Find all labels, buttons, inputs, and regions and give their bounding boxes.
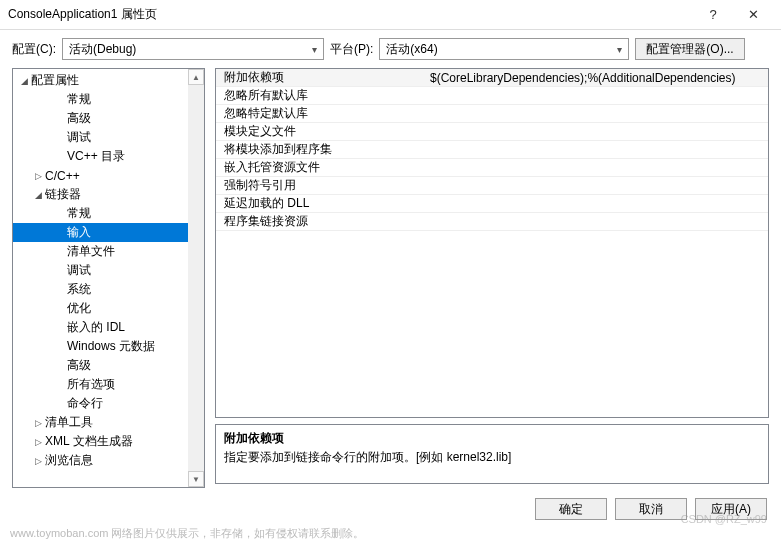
source-watermark: www.toymoban.com 网络图片仅供展示，非存储，如有侵权请联系删除。 xyxy=(10,526,364,541)
tree-item[interactable]: 清单文件 xyxy=(13,242,204,261)
property-row[interactable]: 忽略所有默认库 xyxy=(216,87,768,105)
property-row[interactable]: 嵌入托管资源文件 xyxy=(216,159,768,177)
chevron-down-icon: ▾ xyxy=(312,44,317,55)
property-row[interactable]: 模块定义文件 xyxy=(216,123,768,141)
platform-value: 活动(x64) xyxy=(386,41,613,58)
tree-item[interactable]: 调试 xyxy=(13,128,204,147)
description-panel: 附加依赖项 指定要添加到链接命令行的附加项。[例如 kernel32.lib] xyxy=(215,424,769,484)
tree-item-label: VC++ 目录 xyxy=(67,148,125,165)
property-label: 将模块添加到程序集 xyxy=(216,141,426,158)
tree-item-label: C/C++ xyxy=(45,169,80,183)
expand-closed-icon[interactable]: ▷ xyxy=(31,437,45,447)
ok-button[interactable]: 确定 xyxy=(535,498,607,520)
tree-item-label: 常规 xyxy=(67,205,91,222)
scroll-up-icon[interactable]: ▲ xyxy=(188,69,204,85)
tree-item[interactable]: ▷浏览信息 xyxy=(13,451,204,470)
property-row[interactable]: 附加依赖项$(CoreLibraryDependencies);%(Additi… xyxy=(216,69,768,87)
titlebar: ConsoleApplication1 属性页 ? ✕ xyxy=(0,0,781,30)
expand-open-icon[interactable]: ◢ xyxy=(17,76,31,86)
property-row[interactable]: 将模块添加到程序集 xyxy=(216,141,768,159)
tree-item[interactable]: 系统 xyxy=(13,280,204,299)
tree-item-label: 调试 xyxy=(67,129,91,146)
config-value: 活动(Debug) xyxy=(69,41,308,58)
tree-item-label: 浏览信息 xyxy=(45,452,93,469)
tree-item-label: 优化 xyxy=(67,300,91,317)
tree-item[interactable]: 优化 xyxy=(13,299,204,318)
tree-item-label: XML 文档生成器 xyxy=(45,433,133,450)
tree-item[interactable]: ◢链接器 xyxy=(13,185,204,204)
property-label: 强制符号引用 xyxy=(216,177,426,194)
tree-item-label: Windows 元数据 xyxy=(67,338,155,355)
expand-open-icon[interactable]: ◢ xyxy=(31,190,45,200)
tree-item[interactable]: 常规 xyxy=(13,90,204,109)
csdn-watermark: CSDN @RZ_w99 xyxy=(681,513,767,525)
scroll-track[interactable] xyxy=(188,85,204,471)
property-grid[interactable]: 附加依赖项$(CoreLibraryDependencies);%(Additi… xyxy=(215,68,769,418)
tree-item-label: 配置属性 xyxy=(31,72,79,89)
tree-item-label: 高级 xyxy=(67,357,91,374)
tree-item[interactable]: 高级 xyxy=(13,356,204,375)
tree-item-label: 清单文件 xyxy=(67,243,115,260)
property-label: 忽略所有默认库 xyxy=(216,87,426,104)
tree-item[interactable]: 调试 xyxy=(13,261,204,280)
chevron-down-icon: ▾ xyxy=(617,44,622,55)
tree-item-label: 嵌入的 IDL xyxy=(67,319,125,336)
property-label: 延迟加载的 DLL xyxy=(216,195,426,212)
tree-item[interactable]: 所有选项 xyxy=(13,375,204,394)
property-row[interactable]: 延迟加载的 DLL xyxy=(216,195,768,213)
property-label: 附加依赖项 xyxy=(216,69,426,86)
platform-label: 平台(P): xyxy=(330,41,373,58)
property-label: 程序集链接资源 xyxy=(216,213,426,230)
config-combobox[interactable]: 活动(Debug) ▾ xyxy=(62,38,324,60)
tree-item-label: 系统 xyxy=(67,281,91,298)
property-row[interactable]: 程序集链接资源 xyxy=(216,213,768,231)
property-row[interactable]: 强制符号引用 xyxy=(216,177,768,195)
tree-item-label: 命令行 xyxy=(67,395,103,412)
property-label: 模块定义文件 xyxy=(216,123,426,140)
tree-scrollbar[interactable]: ▲ ▼ xyxy=(188,69,204,487)
tree-item[interactable]: Windows 元数据 xyxy=(13,337,204,356)
tree-item-label: 常规 xyxy=(67,91,91,108)
tree-item-label: 清单工具 xyxy=(45,414,93,431)
close-button[interactable]: ✕ xyxy=(733,1,773,29)
platform-combobox[interactable]: 活动(x64) ▾ xyxy=(379,38,629,60)
property-label: 嵌入托管资源文件 xyxy=(216,159,426,176)
property-row[interactable]: 忽略特定默认库 xyxy=(216,105,768,123)
expand-closed-icon[interactable]: ▷ xyxy=(31,418,45,428)
tree-item[interactable]: ◢配置属性 xyxy=(13,71,204,90)
tree-item[interactable]: ▷清单工具 xyxy=(13,413,204,432)
tree-item[interactable]: 高级 xyxy=(13,109,204,128)
expand-closed-icon[interactable]: ▷ xyxy=(31,456,45,466)
tree-item[interactable]: 输入 xyxy=(13,223,204,242)
property-label: 忽略特定默认库 xyxy=(216,105,426,122)
config-label: 配置(C): xyxy=(12,41,56,58)
property-value[interactable]: $(CoreLibraryDependencies);%(AdditionalD… xyxy=(426,71,768,85)
window-title: ConsoleApplication1 属性页 xyxy=(8,6,693,23)
tree-item[interactable]: 命令行 xyxy=(13,394,204,413)
dialog-footer: 确定 取消 应用(A) xyxy=(0,488,781,524)
tree-item[interactable]: 常规 xyxy=(13,204,204,223)
tree-item-label: 链接器 xyxy=(45,186,81,203)
tree-item[interactable]: ▷XML 文档生成器 xyxy=(13,432,204,451)
tree-item[interactable]: 嵌入的 IDL xyxy=(13,318,204,337)
cancel-button[interactable]: 取消 xyxy=(615,498,687,520)
tree-item-label: 调试 xyxy=(67,262,91,279)
expand-closed-icon[interactable]: ▷ xyxy=(31,171,45,181)
tree-item-label: 输入 xyxy=(67,224,91,241)
config-toolbar: 配置(C): 活动(Debug) ▾ 平台(P): 活动(x64) ▾ 配置管理… xyxy=(0,30,781,68)
tree-item-label: 所有选项 xyxy=(67,376,115,393)
nav-tree[interactable]: ◢配置属性常规高级调试VC++ 目录▷C/C++◢链接器常规输入清单文件调试系统… xyxy=(12,68,205,488)
tree-item-label: 高级 xyxy=(67,110,91,127)
scroll-down-icon[interactable]: ▼ xyxy=(188,471,204,487)
description-text: 指定要添加到链接命令行的附加项。[例如 kernel32.lib] xyxy=(224,449,760,466)
description-title: 附加依赖项 xyxy=(224,430,760,447)
tree-item[interactable]: ▷C/C++ xyxy=(13,166,204,185)
config-manager-button[interactable]: 配置管理器(O)... xyxy=(635,38,744,60)
tree-item[interactable]: VC++ 目录 xyxy=(13,147,204,166)
help-button[interactable]: ? xyxy=(693,1,733,29)
